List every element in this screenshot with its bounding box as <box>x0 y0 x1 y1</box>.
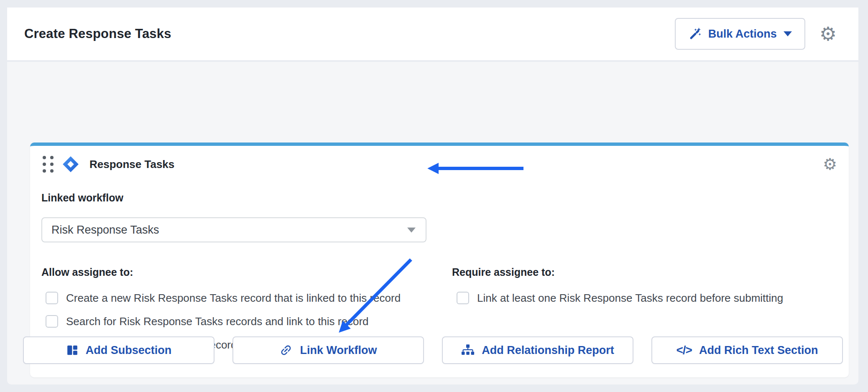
layout-icon <box>66 344 79 356</box>
section-title: Response Tasks <box>89 158 174 171</box>
content-region: Response Tasks ⚙ Linked workflow Risk Re… <box>7 62 858 384</box>
magic-wand-icon <box>688 27 702 41</box>
section-card-header: Response Tasks ⚙ <box>43 154 837 174</box>
linked-workflow-select[interactable]: Risk Response Tasks <box>41 217 426 242</box>
require-option-row: Link at least one Risk Response Tasks re… <box>457 291 783 305</box>
code-icon: </> <box>676 344 692 357</box>
settings-gear-icon[interactable]: ⚙ <box>819 24 837 43</box>
allow-assignee-label: Allow assignee to: <box>41 266 133 278</box>
link-workflow-button[interactable]: Link Workflow <box>232 336 424 364</box>
create-record-checkbox[interactable] <box>46 292 58 304</box>
checkbox-label: Create a new Risk Response Tasks record … <box>66 291 401 305</box>
footer-button-label: Add Relationship Report <box>482 344 614 357</box>
footer-button-label: Add Subsection <box>86 344 172 357</box>
chevron-down-icon <box>784 31 792 36</box>
link-icon <box>279 344 293 357</box>
select-chevron-down-icon <box>407 228 416 233</box>
allow-option-row: Create a new Risk Response Tasks record … <box>46 291 401 305</box>
linked-workflow-label: Linked workflow <box>41 192 123 204</box>
link-at-least-one-checkbox[interactable] <box>457 292 469 304</box>
add-subsection-button[interactable]: Add Subsection <box>23 336 214 364</box>
footer-button-row: Add Subsection Link Workflow <box>23 336 843 364</box>
footer-button-label: Add Rich Text Section <box>699 344 818 357</box>
workflow-diamond-icon <box>62 155 79 173</box>
require-assignee-label: Require assignee to: <box>452 266 555 278</box>
checkbox-label: Search for Risk Response Tasks records a… <box>66 315 369 328</box>
footer-button-label: Link Workflow <box>300 344 377 357</box>
drag-handle-icon[interactable] <box>43 156 54 173</box>
add-rich-text-section-button[interactable]: </> Add Rich Text Section <box>651 336 843 364</box>
linked-workflow-value: Risk Response Tasks <box>42 224 159 237</box>
section-gear-icon[interactable]: ⚙ <box>823 156 837 172</box>
page-title: Create Response Tasks <box>24 26 171 41</box>
allow-option-row: Search for Risk Response Tasks records a… <box>46 315 369 328</box>
search-records-checkbox[interactable] <box>46 315 58 328</box>
bulk-actions-button[interactable]: Bulk Actions <box>675 18 805 50</box>
checkbox-label: Link at least one Risk Response Tasks re… <box>477 291 783 305</box>
bulk-actions-label: Bulk Actions <box>708 28 777 41</box>
header-bar: Create Response Tasks Bulk Actions ⚙ <box>7 8 858 60</box>
add-relationship-report-button[interactable]: Add Relationship Report <box>442 336 633 364</box>
sitemap-icon <box>461 344 475 357</box>
